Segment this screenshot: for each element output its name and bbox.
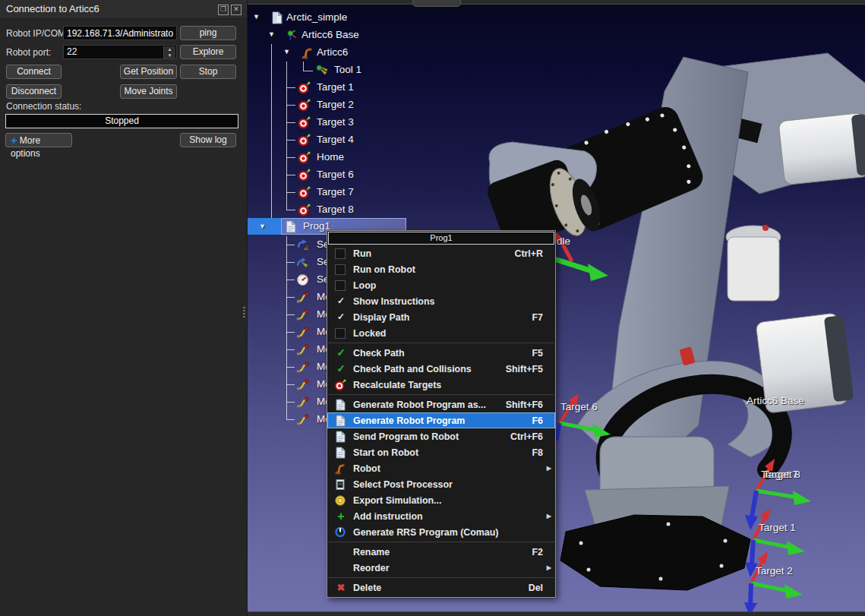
chevron-down-icon[interactable]: ▼ [268,30,275,38]
checkmark-icon: ✓ [333,309,349,325]
tool-icon [316,64,329,77]
menu-shortcut: F2 [532,547,555,558]
ip-label: Robot IP/COM: [6,28,68,39]
menu-shortcut: F8 [532,447,555,458]
document-icon [334,399,346,411]
tree-item-label: Target 1 [317,81,354,93]
menu-item-label: Start on Robot [353,447,418,458]
menu-item-generate-rrs[interactable]: Generate RRS Program (Comau) [327,524,555,540]
target-icon [298,169,311,182]
get-position-button[interactable]: Get Position [120,65,177,79]
menu-item-display-path[interactable]: ✓ Display Path F7 [327,309,555,325]
tree-item-base-frame[interactable]: ▼ Articc6 Base [247,27,490,44]
label-target-8[interactable]: Target 8 [763,469,800,480]
menu-item-locked[interactable]: Locked [327,325,555,341]
checkmark-icon: ✓ [333,293,349,309]
menu-item-label: Check Path [353,348,404,359]
menu-item-delete[interactable]: ✖ Delete Del [327,580,555,595]
viewport-bottom-strip [247,611,865,616]
ip-input[interactable] [63,26,177,40]
tree-item-label: Target 3 [317,116,354,128]
chevron-down-icon[interactable]: ▼ [259,223,266,230]
show-log-button[interactable]: Show log [180,133,236,147]
menu-item-label: Reorder [353,563,390,573]
tree-item-station[interactable]: ▼ Arctic_simple [247,9,490,27]
tree-item-robot[interactable]: ▼ Articc6 [247,44,490,62]
label-articc6-base[interactable]: Articc6 Base [747,395,804,406]
tree-item-home[interactable]: Home [247,149,490,166]
menu-item-run[interactable]: Run Ctrl+R [327,245,555,261]
explore-button[interactable]: Explore [180,45,236,59]
menu-separator [328,542,554,542]
menu-item-export-simulation[interactable]: Export Simulation... [327,492,555,508]
green-check-icon: ✓ [333,345,349,361]
menu-item-loop[interactable]: Loop [327,277,555,293]
spinner-down-icon[interactable]: ▼ [168,53,172,58]
menu-separator [328,343,554,343]
chevron-down-icon[interactable]: ▼ [253,13,260,21]
checkbox-icon[interactable] [335,248,346,259]
viewport-top-strip [247,0,865,5]
toolbar-collapse-tab[interactable] [412,0,461,7]
panel-title-bar[interactable]: Connection to Articc6 ❐ ✕ [0,0,247,19]
panel-title: Connection to Articc6 [6,3,99,14]
menu-item-generate-program-as[interactable]: Generate Robot Program as... Shift+F6 [327,396,555,412]
context-menu-title: Prog1 [328,232,554,245]
frame-icon [286,29,298,42]
label-target-1[interactable]: Target 1 [759,522,796,533]
panel-splitter-handle[interactable] [242,304,246,321]
menu-item-robot[interactable]: Robot ▶ [327,460,555,476]
menu-item-send-program[interactable]: Send Program to Robot Ctrl+F6 [327,428,555,444]
selection-expand-box[interactable]: ▼ [247,218,281,235]
tree-item-target-3[interactable]: Target 3 [247,114,490,131]
move-joints-button[interactable]: Move Joints [120,84,177,99]
float-panel-icon[interactable]: ❐ [218,5,229,15]
close-panel-icon[interactable]: ✕ [231,5,242,15]
tree-item-target-2[interactable]: Target 2 [247,96,490,114]
tree-item-target-1[interactable]: Target 1 [247,79,490,96]
submenu-arrow-icon: ▶ [547,465,551,472]
connect-button[interactable]: Connect [6,65,62,79]
tree-item-target-4[interactable]: Target 4 [247,131,490,149]
label-middle-fragment[interactable]: dle [557,235,570,247]
menu-item-check-path-collisions[interactable]: ✓ Check Path and Collisions Shift+F5 [327,361,555,377]
green-check-icon: ✓ [333,361,349,377]
menu-item-recalculate-targets[interactable]: Recalculate Targets [327,377,555,393]
disconnect-button[interactable]: Disconnect [6,84,62,99]
tree-item-label: Target 4 [317,134,354,145]
tree-item-target-8[interactable]: Target 8 [247,201,490,219]
menu-item-show-instructions[interactable]: ✓ Show Instructions [327,293,555,309]
menu-item-label: Export Simulation... [353,495,441,506]
more-options-button[interactable]: +More options [5,133,72,147]
menu-shortcut: Ctrl+F6 [510,431,555,442]
checkbox-icon[interactable] [335,328,346,339]
menu-shortcut: F6 [532,415,555,426]
tree-item-label: Target 7 [317,186,354,197]
move-icon [296,378,309,391]
menu-item-run-on-robot[interactable]: Run on Robot [327,261,555,277]
tree-item-tool[interactable]: Tool 1 [247,62,490,79]
chevron-down-icon[interactable]: ▼ [283,48,290,55]
menu-item-start-on-robot[interactable]: Start on Robot F8 [327,444,555,460]
move-icon [296,343,309,356]
menu-item-label: Robot [353,463,380,474]
port-input[interactable]: 22 ▲ ▼ [63,45,177,59]
checkbox-icon[interactable] [335,264,346,275]
move-icon [296,326,309,339]
menu-item-generate-program[interactable]: Generate Robot Program F6 [327,412,555,428]
menu-item-rename[interactable]: Rename F2 [327,544,555,560]
port-spinner[interactable]: ▲ ▼ [163,46,175,59]
menu-shortcut: Shift+F5 [506,364,555,374]
tree-item-target-7[interactable]: Target 7 [247,184,490,201]
ping-button[interactable]: ping [180,26,236,40]
menu-item-check-path[interactable]: ✓ Check Path F5 [327,345,555,361]
stop-button[interactable]: Stop [180,65,236,79]
label-target-2[interactable]: Target 2 [756,565,793,577]
label-target-6[interactable]: Target 6 [560,401,598,412]
checkbox-icon[interactable] [335,280,346,291]
tree-item-target-6[interactable]: Target 6 [247,166,490,184]
spinner-up-icon[interactable]: ▲ [168,47,172,52]
menu-item-reorder[interactable]: Reorder ▶ [327,560,555,576]
menu-item-select-post-processor[interactable]: Select Post Processor [327,476,555,492]
menu-item-add-instruction[interactable]: + Add instruction ▶ [327,508,555,524]
